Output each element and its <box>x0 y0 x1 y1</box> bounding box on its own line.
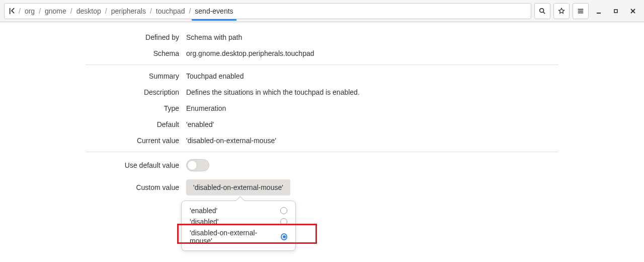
breadcrumb-sep: / <box>189 7 191 15</box>
enum-option-label: 'enabled' <box>190 207 217 215</box>
value-schema: org.gnome.desktop.peripherals.touchpad <box>186 49 558 57</box>
label-current-value: Current value <box>86 137 186 145</box>
divider <box>86 152 558 152</box>
label-custom-value: Custom value <box>86 179 186 191</box>
breadcrumb-item[interactable]: touchpad <box>155 7 186 15</box>
svg-rect-3 <box>578 9 584 10</box>
breadcrumb-item[interactable]: org <box>24 7 36 15</box>
close-icon <box>630 8 636 14</box>
row-default: Default 'enabled' <box>86 116 558 133</box>
value-description: Defines the situations in which the touc… <box>186 88 558 96</box>
star-icon <box>558 8 565 15</box>
svg-rect-0 <box>10 8 11 14</box>
value-type: Enumeration <box>186 104 558 112</box>
dconf-root-icon[interactable] <box>9 8 16 15</box>
custom-value-popover: 'enabled' 'disabled' 'disabled-on-extern… <box>181 201 296 251</box>
label-description: Description <box>86 88 186 96</box>
hamburger-icon <box>577 8 584 15</box>
radio-checked-icon <box>281 233 287 240</box>
enum-option[interactable]: 'disabled' <box>185 216 292 227</box>
window-maximize-button[interactable] <box>609 4 623 18</box>
row-schema: Schema org.gnome.desktop.peripherals.tou… <box>86 45 558 61</box>
breadcrumb-sep: / <box>19 7 21 15</box>
custom-value-chip[interactable]: 'disabled-on-external-mouse' <box>186 179 290 195</box>
breadcrumb-sep: / <box>150 7 152 15</box>
row-type: Type Enumeration <box>86 100 558 116</box>
row-use-default: Use default value <box>86 155 558 175</box>
search-icon <box>539 8 546 15</box>
menu-button[interactable] <box>573 3 589 19</box>
minimize-icon <box>596 8 602 14</box>
window-minimize-button[interactable] <box>592 4 606 18</box>
row-custom-value: Custom value 'disabled-on-external-mouse… <box>86 175 558 200</box>
label-default: Default <box>86 120 186 128</box>
label-defined-by: Defined by <box>86 33 186 41</box>
label-use-default: Use default value <box>86 161 186 169</box>
label-summary: Summary <box>86 72 186 80</box>
breadcrumb-sep: / <box>105 7 107 15</box>
svg-rect-5 <box>578 12 584 13</box>
breadcrumb-sep: / <box>70 7 72 15</box>
enum-option[interactable]: 'enabled' <box>185 205 292 216</box>
breadcrumb-item[interactable]: gnome <box>44 7 67 15</box>
radio-icon <box>280 218 287 225</box>
toggle-knob <box>187 160 197 170</box>
value-defined-by: Schema with path <box>186 33 558 41</box>
radio-icon <box>280 207 287 214</box>
label-schema: Schema <box>86 49 186 57</box>
enum-option-selected[interactable]: 'disabled-on-external-mouse' <box>185 227 292 246</box>
path-bar[interactable]: / org / gnome / desktop / peripherals / … <box>4 3 531 19</box>
enum-option-label: 'disabled-on-external-mouse' <box>190 229 271 245</box>
row-current-value: Current value 'disabled-on-external-mous… <box>86 133 558 149</box>
bookmark-button[interactable] <box>553 3 570 19</box>
header-bar: / org / gnome / desktop / peripherals / … <box>0 0 644 22</box>
breadcrumb-item[interactable]: desktop <box>75 7 102 15</box>
breadcrumb-item[interactable]: peripherals <box>110 7 147 15</box>
breadcrumb-sep: / <box>39 7 41 15</box>
value-default: 'enabled' <box>186 120 558 128</box>
use-default-toggle[interactable] <box>186 159 209 171</box>
search-button[interactable] <box>534 3 550 19</box>
svg-rect-6 <box>597 13 601 14</box>
row-summary: Summary Touchpad enabled <box>86 68 558 84</box>
label-type: Type <box>86 104 186 112</box>
value-current-value: 'disabled-on-external-mouse' <box>186 137 558 145</box>
window-close-button[interactable] <box>626 4 640 18</box>
enum-option-label: 'disabled' <box>190 218 219 226</box>
divider <box>86 64 558 65</box>
svg-line-2 <box>543 12 545 14</box>
maximize-icon <box>613 8 619 14</box>
svg-rect-4 <box>578 11 584 12</box>
row-defined-by: Defined by Schema with path <box>86 29 558 45</box>
content-area: Defined by Schema with path Schema org.g… <box>0 22 644 262</box>
svg-point-1 <box>540 8 544 12</box>
svg-rect-7 <box>614 10 617 13</box>
row-description: Description Defines the situations in wh… <box>86 84 558 100</box>
breadcrumb-item-active[interactable]: send-events <box>194 7 234 15</box>
value-summary: Touchpad enabled <box>186 72 558 80</box>
